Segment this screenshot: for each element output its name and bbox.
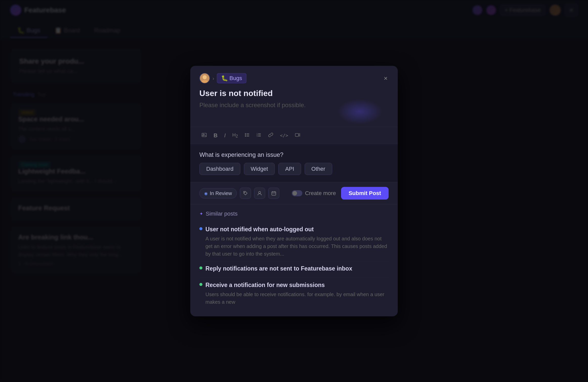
toolbar-heading-btn[interactable]: H2 <box>230 131 240 140</box>
user-avatar-modal <box>199 73 210 84</box>
svg-rect-3 <box>246 133 249 134</box>
choice-widget[interactable]: Widget <box>244 163 275 175</box>
breadcrumb: › 🐛 Bugs <box>199 73 246 84</box>
modal-title[interactable]: User is not notified <box>199 89 389 98</box>
similar-post-title: User not notified when auto-logged out <box>199 226 389 233</box>
modal-header: › 🐛 Bugs × <box>190 66 398 84</box>
submit-button[interactable]: Submit Post <box>341 187 389 200</box>
similar-post-title: Reply notifications are not sent to Feat… <box>199 265 389 273</box>
similar-posts-label: Similar posts <box>206 211 238 217</box>
svg-rect-14 <box>295 133 299 137</box>
svg-rect-5 <box>246 135 249 135</box>
svg-point-6 <box>245 136 246 137</box>
footer-left: ◉ In Review <box>199 188 279 199</box>
modal-close-button[interactable]: × <box>383 74 389 83</box>
svg-point-15 <box>244 192 245 193</box>
svg-point-4 <box>245 135 246 136</box>
similar-posts-section: ✦ Similar posts User not notified when a… <box>190 204 398 316</box>
toolbar-video-btn[interactable] <box>293 131 302 140</box>
similar-post-item[interactable]: Reply notifications are not sent to Feat… <box>199 261 389 278</box>
svg-rect-7 <box>246 136 249 137</box>
toggle-switch[interactable] <box>292 190 302 196</box>
status-dot-green <box>199 266 202 270</box>
svg-rect-11 <box>258 135 261 135</box>
issue-section: What is experiencing an issue? Dashboard… <box>190 144 398 182</box>
svg-rect-17 <box>272 192 276 195</box>
create-more-toggle: Create more <box>292 190 336 197</box>
calendar-button[interactable] <box>268 188 279 199</box>
status-dot-blue <box>199 227 202 230</box>
modal-footer: ◉ In Review <box>190 182 398 204</box>
modal-title-area: User is not notified <box>190 84 398 98</box>
similar-post-desc: A user is not notified when they are aut… <box>199 235 389 258</box>
breadcrumb-chevron: › <box>213 75 214 81</box>
tag-label: Bugs <box>229 75 242 82</box>
modal-body-area[interactable]: Please include a screenshot if possible. <box>190 102 398 127</box>
status-button[interactable]: ◉ In Review <box>199 188 237 198</box>
similar-post-desc: Users should be able to receive notifica… <box>199 290 389 305</box>
status-dot-green <box>199 283 202 286</box>
assignee-button[interactable] <box>254 188 265 199</box>
status-icon: ◉ <box>204 191 208 196</box>
choice-api[interactable]: API <box>278 163 301 175</box>
post-modal: › 🐛 Bugs × User is not notified Please i… <box>190 66 398 316</box>
similar-post-item[interactable]: Receive a notification for new submissio… <box>199 278 389 309</box>
choice-other[interactable]: Other <box>305 163 332 175</box>
spark-icon: ✦ <box>199 211 203 217</box>
svg-rect-13 <box>258 136 261 137</box>
toolbar-code-btn[interactable]: </> <box>278 132 290 139</box>
issue-question: What is experiencing an issue? <box>199 151 389 158</box>
toolbar-bullet-btn[interactable] <box>243 131 252 140</box>
toolbar-italic-btn[interactable]: I <box>222 131 228 140</box>
svg-text:3.: 3. <box>257 135 258 137</box>
svg-point-1 <box>203 134 204 135</box>
svg-point-2 <box>245 133 246 134</box>
tag-button[interactable] <box>240 188 251 199</box>
svg-point-16 <box>259 192 261 194</box>
toolbar-link-btn[interactable] <box>266 131 276 140</box>
tag-badge[interactable]: 🐛 Bugs <box>217 73 246 83</box>
footer-right: Create more Submit Post <box>292 187 389 200</box>
svg-rect-9 <box>258 133 261 134</box>
tag-emoji: 🐛 <box>221 75 228 82</box>
similar-post-item[interactable]: User not notified when auto-logged out A… <box>199 222 389 261</box>
body-placeholder: Please include a screenshot if possible. <box>199 102 389 109</box>
create-more-label: Create more <box>305 190 336 197</box>
status-label: In Review <box>210 190 232 196</box>
choice-dashboard[interactable]: Dashboard <box>199 163 240 175</box>
similar-post-title: Receive a notification for new submissio… <box>199 281 389 289</box>
similar-posts-header: ✦ Similar posts <box>199 211 389 217</box>
editor-toolbar: B I H2 1. 2. 3. <box>190 127 398 144</box>
choice-buttons: Dashboard Widget API Other <box>199 163 389 175</box>
toolbar-ordered-btn[interactable]: 1. 2. 3. <box>254 131 263 140</box>
toolbar-image-btn[interactable] <box>199 131 209 140</box>
toolbar-bold-btn[interactable]: B <box>212 131 220 140</box>
